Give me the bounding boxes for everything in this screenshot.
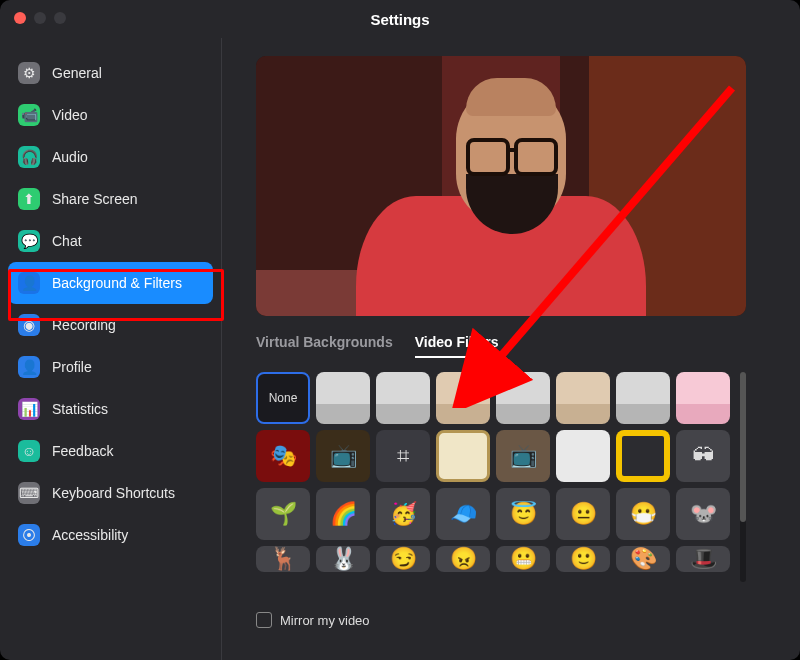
filter-tile[interactable]: 🌱	[256, 488, 310, 540]
share-screen-icon: ⬆	[18, 188, 40, 210]
sidebar-item-accessibility[interactable]: ⦿ Accessibility	[8, 514, 213, 556]
headphones-icon: 🎧	[18, 146, 40, 168]
sidebar-item-label: Profile	[52, 359, 92, 375]
scrollbar-thumb[interactable]	[740, 372, 746, 522]
sidebar-item-label: Keyboard Shortcuts	[52, 485, 175, 501]
filter-tile[interactable]	[376, 372, 430, 424]
filter-tile[interactable]: 🕶	[676, 430, 730, 482]
settings-window: Settings ⚙ General 📹 Video 🎧 Audio ⬆ Sha…	[0, 0, 800, 660]
sidebar-item-label: Share Screen	[52, 191, 138, 207]
filter-tile[interactable]: 😇	[496, 488, 550, 540]
sidebar-item-label: Accessibility	[52, 527, 128, 543]
filter-tile[interactable]: 🐭	[676, 488, 730, 540]
record-icon: ◉	[18, 314, 40, 336]
filter-tile[interactable]	[616, 430, 670, 482]
window-controls	[14, 12, 66, 24]
window-body: ⚙ General 📹 Video 🎧 Audio ⬆ Share Screen…	[0, 38, 800, 660]
filter-tile-none[interactable]: None	[256, 372, 310, 424]
sidebar-item-share-screen[interactable]: ⬆ Share Screen	[8, 178, 213, 220]
sidebar-item-label: Recording	[52, 317, 116, 333]
sidebar-item-chat[interactable]: 💬 Chat	[8, 220, 213, 262]
sidebar-item-label: Video	[52, 107, 88, 123]
filter-tile[interactable]: 🙂	[556, 546, 610, 572]
sidebar-item-label: Statistics	[52, 401, 108, 417]
filter-tile[interactable]	[556, 372, 610, 424]
filter-tile[interactable]	[316, 372, 370, 424]
sidebar-item-feedback[interactable]: ☺ Feedback	[8, 430, 213, 472]
filter-tile[interactable]: 😏	[376, 546, 430, 572]
filter-tile[interactable]	[676, 372, 730, 424]
filter-tile[interactable]	[436, 430, 490, 482]
filter-tile[interactable]: 🎭	[256, 430, 310, 482]
video-preview	[256, 56, 746, 316]
sidebar-item-label: General	[52, 65, 102, 81]
mirror-video-row: Mirror my video	[256, 612, 778, 628]
sidebar-item-keyboard-shortcuts[interactable]: ⌨ Keyboard Shortcuts	[8, 472, 213, 514]
zoom-window-button[interactable]	[54, 12, 66, 24]
mirror-video-checkbox[interactable]	[256, 612, 272, 628]
filters-grid-container: None 🎭 📺 ⌗ 📺 🕶 🌱	[256, 372, 778, 598]
tab-video-filters[interactable]: Video Filters	[415, 334, 499, 358]
window-title: Settings	[370, 11, 429, 28]
filters-scrollbar[interactable]	[740, 372, 746, 582]
filter-tile[interactable]: 📺	[316, 430, 370, 482]
chat-icon: 💬	[18, 230, 40, 252]
filter-tile[interactable]	[496, 372, 550, 424]
filter-tile[interactable]	[436, 372, 490, 424]
feedback-icon: ☺	[18, 440, 40, 462]
titlebar: Settings	[0, 0, 800, 38]
filter-tile[interactable]: ⌗	[376, 430, 430, 482]
filter-tile[interactable]: 😠	[436, 546, 490, 572]
keyboard-icon: ⌨	[18, 482, 40, 504]
sidebar-item-label: Feedback	[52, 443, 113, 459]
sidebar-item-recording[interactable]: ◉ Recording	[8, 304, 213, 346]
mirror-video-label: Mirror my video	[280, 613, 370, 628]
statistics-icon: 📊	[18, 398, 40, 420]
filter-tile[interactable]: 🐰	[316, 546, 370, 572]
sidebar-item-label: Chat	[52, 233, 82, 249]
video-icon: 📹	[18, 104, 40, 126]
preview-person-forehead	[466, 78, 556, 116]
filter-tabs: Virtual Backgrounds Video Filters	[256, 334, 778, 358]
sidebar-item-statistics[interactable]: 📊 Statistics	[8, 388, 213, 430]
filter-tile[interactable]	[616, 372, 670, 424]
filter-label: None	[269, 391, 298, 405]
filter-tile[interactable]: 🧢	[436, 488, 490, 540]
preview-person-glasses	[466, 138, 558, 170]
minimize-window-button[interactable]	[34, 12, 46, 24]
close-window-button[interactable]	[14, 12, 26, 24]
accessibility-icon: ⦿	[18, 524, 40, 546]
filter-tile[interactable]: 🥳	[376, 488, 430, 540]
filter-tile[interactable]: 😬	[496, 546, 550, 572]
sidebar-item-audio[interactable]: 🎧 Audio	[8, 136, 213, 178]
sidebar-item-profile[interactable]: 👤 Profile	[8, 346, 213, 388]
filters-grid: None 🎭 📺 ⌗ 📺 🕶 🌱	[256, 372, 730, 598]
sidebar: ⚙ General 📹 Video 🎧 Audio ⬆ Share Screen…	[0, 38, 222, 660]
gear-icon: ⚙	[18, 62, 40, 84]
tab-virtual-backgrounds[interactable]: Virtual Backgrounds	[256, 334, 393, 358]
sidebar-item-label: Background & Filters	[52, 275, 182, 291]
profile-icon: 👤	[18, 356, 40, 378]
filter-tile[interactable]: 📺	[496, 430, 550, 482]
filter-tile[interactable]: 🦌	[256, 546, 310, 572]
sidebar-item-label: Audio	[52, 149, 88, 165]
filter-tile[interactable]: 🎩	[676, 546, 730, 572]
content-pane: Virtual Backgrounds Video Filters None 🎭…	[222, 38, 800, 660]
filter-tile[interactable]	[556, 430, 610, 482]
sidebar-item-video[interactable]: 📹 Video	[8, 94, 213, 136]
sidebar-item-background-filters[interactable]: 👤 Background & Filters	[8, 262, 213, 304]
filter-tile[interactable]: 😷	[616, 488, 670, 540]
sidebar-item-general[interactable]: ⚙ General	[8, 52, 213, 94]
filter-tile[interactable]: 😐	[556, 488, 610, 540]
person-frame-icon: 👤	[18, 272, 40, 294]
filter-tile[interactable]: 🌈	[316, 488, 370, 540]
filter-tile[interactable]: 🎨	[616, 546, 670, 572]
